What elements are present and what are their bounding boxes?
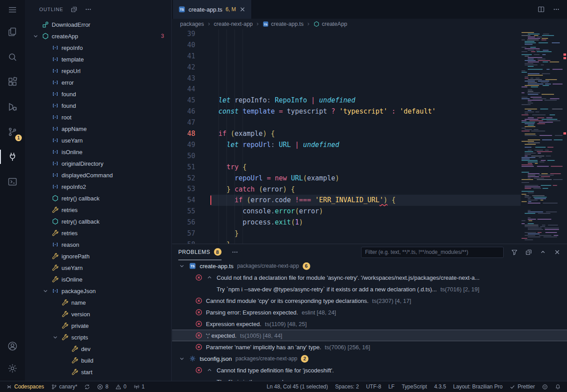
- collapse-all-icon[interactable]: [70, 6, 78, 13]
- status-eol[interactable]: LF: [386, 381, 397, 392]
- activity-run-debug-button[interactable]: [0, 94, 25, 119]
- code-line[interactable]: }: [210, 239, 521, 244]
- outline-item-ignorepath[interactable]: ignorePath: [25, 250, 171, 262]
- outline-item-private[interactable]: private: [25, 320, 171, 331]
- outline-item-root[interactable]: root: [25, 111, 171, 123]
- problem-row[interactable]: Could not find a declaration file for mo…: [172, 272, 567, 283]
- outline-item-template[interactable]: template: [25, 53, 171, 65]
- code-line[interactable]: } catch (error) {: [210, 184, 521, 195]
- editor-tab-create-app[interactable]: TS create-app.ts 6, M: [173, 0, 252, 19]
- code-line[interactable]: if (error.code !=== 'ERR_INVALID_URL') {: [210, 195, 521, 206]
- code-line[interactable]: const template = typescript ? 'typescrip…: [210, 106, 521, 117]
- status-notifications[interactable]: [552, 381, 563, 392]
- code-line[interactable]: [210, 151, 521, 162]
- problem-related-info-row[interactable]: The file is in the program because:: [172, 376, 567, 381]
- problems-file-row[interactable]: tsconfig.jsonpackages/create-next-app2: [172, 353, 567, 364]
- code-line[interactable]: process.exit(1): [210, 217, 521, 228]
- outline-item-reason[interactable]: reason: [25, 239, 171, 250]
- collapse-all-problems-icon[interactable]: [525, 249, 532, 256]
- status-indentation[interactable]: Spaces: 2: [333, 381, 362, 392]
- status-encoding[interactable]: UTF-8: [363, 381, 384, 392]
- problem-row[interactable]: Expression expected.ts(1109) [48, 25]: [172, 318, 567, 330]
- close-panel-icon[interactable]: [554, 249, 561, 256]
- split-editor-icon[interactable]: [538, 6, 545, 13]
- outline-item-retry-callback[interactable]: retry() callback: [25, 216, 171, 227]
- status-feedback[interactable]: [539, 381, 551, 392]
- problem-row[interactable]: ';' expected.ts(1005) [48, 44]: [172, 330, 567, 341]
- code-line[interactable]: try {: [210, 162, 521, 173]
- activity-settings-button[interactable]: [0, 356, 25, 381]
- code-line[interactable]: [210, 117, 521, 128]
- activity-search-button[interactable]: [0, 45, 25, 69]
- code-content[interactable]: let repoInfo: RepoInfo | undefined const…: [210, 29, 521, 244]
- code-editor[interactable]: 3940414243444546474849505152535455565758…: [172, 29, 567, 244]
- outline-item-packagejson[interactable]: packageJson: [25, 285, 171, 297]
- code-line[interactable]: let repoInfo: RepoInfo | undefined: [210, 95, 521, 106]
- outline-item-downloaderror[interactable]: DownloadError: [25, 19, 171, 30]
- outline-item-repoinfo[interactable]: repoInfo: [25, 42, 171, 53]
- activity-extensions-button[interactable]: [0, 69, 25, 94]
- code-line[interactable]: if (example) {: [210, 128, 521, 139]
- outline-item-retries[interactable]: retries: [25, 204, 171, 216]
- editor-more-icon[interactable]: [553, 6, 560, 13]
- code-line[interactable]: console.error(error): [210, 206, 521, 217]
- status-error-count[interactable]: 8: [94, 381, 111, 392]
- outline-item-useyarn[interactable]: useYarn: [25, 262, 171, 274]
- outline-item-error[interactable]: error: [25, 77, 171, 88]
- outline-item-originaldirectory[interactable]: originalDirectory: [25, 158, 171, 169]
- minimap[interactable]: [521, 29, 563, 244]
- problems-filter-input[interactable]: [361, 247, 504, 258]
- activity-explorer-button[interactable]: [0, 20, 25, 45]
- status-ports[interactable]: 1: [131, 381, 148, 392]
- breadcrumb-createapp[interactable]: createApp: [313, 21, 347, 27]
- status-sync[interactable]: [82, 381, 93, 392]
- problem-row[interactable]: Cannot find module 'cpy' or its correspo…: [172, 295, 567, 306]
- chevron-down-icon[interactable]: [178, 355, 185, 362]
- outline-item-build[interactable]: build: [25, 355, 171, 366]
- outline-item-createapp[interactable]: createApp3: [25, 30, 171, 42]
- breadcrumb-create-next-app[interactable]: create-next-app: [214, 21, 253, 27]
- code-line[interactable]: }: [210, 228, 521, 239]
- outline-item-appname[interactable]: appName: [25, 123, 171, 135]
- outline-item-isonline[interactable]: isOnline: [25, 274, 171, 285]
- problem-related-info-row[interactable]: Try `npm i --save-dev @types/async-retry…: [172, 283, 567, 295]
- activity-codespaces-button[interactable]: [0, 144, 25, 169]
- outline-item-found[interactable]: found: [25, 100, 171, 111]
- activity-panel-button[interactable]: [0, 169, 25, 194]
- outline-item-retry-callback[interactable]: retry() callback: [25, 192, 171, 204]
- breadcrumb-create-app-ts[interactable]: TScreate-app.ts: [263, 21, 304, 27]
- activity-menu-button[interactable]: [0, 0, 25, 20]
- outline-item-dev[interactable]: dev: [25, 343, 171, 355]
- outline-item-name[interactable]: name: [25, 297, 171, 308]
- panel-more-icon[interactable]: [231, 249, 238, 256]
- outline-item-displayedcommand[interactable]: displayedCommand: [25, 169, 171, 181]
- problem-row[interactable]: Parsing error: Expression expected.eslin…: [172, 306, 567, 318]
- problem-row[interactable]: Cannot find type definition file for 'js…: [172, 364, 567, 376]
- outline-item-repoinfo2[interactable]: repoInfo2: [25, 181, 171, 192]
- status-language-mode[interactable]: TypeScript: [399, 381, 430, 392]
- outline-item-scripts[interactable]: scripts: [25, 331, 171, 343]
- status-prettier[interactable]: Prettier: [507, 381, 538, 392]
- chevron-up-icon[interactable]: [206, 274, 213, 281]
- activity-source-control-button[interactable]: 1: [0, 119, 25, 144]
- status-ts-version[interactable]: 4.3.5: [431, 381, 449, 392]
- outline-item-repourl[interactable]: repoUrl: [25, 65, 171, 77]
- outline-item-isonline[interactable]: isOnline: [25, 146, 171, 158]
- outline-item-useyarn[interactable]: useYarn: [25, 135, 171, 146]
- status-layout[interactable]: Layout: Brazilian Pro: [451, 381, 505, 392]
- status-warning-count[interactable]: 0: [113, 381, 129, 392]
- code-line[interactable]: let repoUrl: URL | undefined: [210, 139, 521, 151]
- more-actions-icon[interactable]: [85, 6, 92, 13]
- outline-item-start[interactable]: start: [25, 366, 171, 378]
- filter-icon[interactable]: [511, 249, 518, 256]
- status-remote-host[interactable]: Codespaces: [4, 381, 47, 392]
- code-line[interactable]: repoUrl = new URL(example): [210, 173, 521, 184]
- status-git-branch[interactable]: canary*: [49, 381, 80, 392]
- chevron-down-icon[interactable]: [178, 262, 185, 270]
- outline-item-version[interactable]: version: [25, 308, 171, 320]
- tab-problems[interactable]: PROBLEMS 8: [178, 244, 222, 260]
- chevron-down-icon[interactable]: [32, 33, 39, 40]
- breadcrumb-packages[interactable]: packages: [180, 21, 204, 27]
- status-cursor-position[interactable]: Ln 48, Col 45 (1 selected): [264, 381, 330, 392]
- activity-account-button[interactable]: [0, 336, 25, 356]
